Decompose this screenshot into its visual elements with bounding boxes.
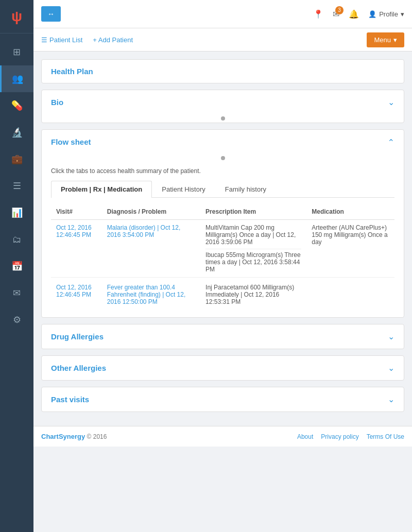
sidebar-item-chart[interactable]: 📊 [0,199,33,226]
col-visit: Visit# [51,204,102,220]
health-plan-title: Health Plan [51,67,93,76]
other-allergies-chevron-icon[interactable]: ⌄ [388,363,394,373]
bio-card: Bio ⌄ [41,90,404,123]
main-content: Health Plan Bio ⌄ Flow sheet ⌄ Click the… [33,52,412,426]
footer-terms-link[interactable]: Terms Of Use [367,433,404,440]
col-medication: Medication [306,204,394,220]
health-plan-card: Health Plan [41,59,404,83]
sidebar-item-medical[interactable]: 💊 [0,92,33,119]
table-body: Oct 12, 2016 12:46:45 PMMalaria (disorde… [51,220,394,310]
drug-allergies-header: Drug Allergies ⌄ [42,324,404,349]
flow-sheet-header: Flow sheet ⌄ [42,130,404,154]
bio-title: Bio [51,98,63,107]
dot [221,116,225,121]
cell-diagnosis: Malaria (disorder) | Oct 12, 2016 3:54:0… [102,220,200,278]
sidebar-item-calendar[interactable]: 📅 [0,253,33,280]
prescription-item: MultiVitamin Cap 200 mg Milligram(s) Onc… [205,224,301,246]
notifications-badge: 3 [335,6,344,14]
medical-icon: 💊 [11,100,23,111]
patient-list-link[interactable]: ☰ Patient List [41,36,82,44]
past-visits-title: Past visits [51,395,89,404]
location-icon[interactable]: 📍 [313,9,323,19]
bio-dot-indicator [42,114,404,123]
chart-icon: 📊 [11,207,23,218]
other-allergies-card: Other Allergies ⌄ [41,355,404,381]
profile-label: Profile [379,10,398,18]
bell-icon[interactable]: 🔔 [349,9,359,19]
toggle-button[interactable]: ↔ [41,6,61,22]
footer-brand-group: ChartSynergy © 2016 [41,433,107,440]
tab-problem-medication[interactable]: Problem | Rx | Medication [51,181,152,198]
table-row: Oct 12, 2016 12:46:45 PMMalaria (disorde… [51,220,394,278]
rx-divider [205,249,301,249]
table-header: Visit# Diagnosis / Problem Prescription … [51,204,394,220]
topbar-right: 📍 ✉ 3 🔔 👤 Profile ▾ [313,9,404,19]
col-prescription: Prescription Item [200,204,306,220]
cell-medication: Arteether (AUN CarePlus+) 150 mg Milligr… [306,220,394,278]
logo-icon: ψ [11,8,22,25]
footer-links: About Privacy policy Terms Of Use [297,433,404,440]
past-visits-chevron-icon[interactable]: ⌄ [388,394,394,404]
tab-patient-history[interactable]: Patient History [152,181,215,197]
portfolio-icon: 🗂 [12,234,22,245]
add-patient-link[interactable]: + Add Patient [93,36,133,44]
footer-brand: ChartSynergy [41,433,85,440]
cell-diagnosis: Fever greater than 100.4 Fahrenheit (fin… [102,278,200,310]
other-allergies-header: Other Allergies ⌄ [42,356,404,380]
footer-year: © 2016 [87,433,107,440]
sidebar-nav: ⊞ 👥 💊 🔬 💼 ☰ 📊 🗂 📅 ✉ ⚙ [0,33,33,333]
cell-prescription: MultiVitamin Cap 200 mg Milligram(s) Onc… [200,220,306,278]
other-allergies-title: Other Allergies [51,364,106,372]
mail-icon: ✉ [13,287,21,299]
sidebar-item-lab[interactable]: 🔬 [0,119,33,146]
past-visits-header: Past visits ⌄ [42,387,404,411]
table-row: Oct 12, 2016 12:46:45 PMFever greater th… [51,278,394,310]
col-diagnosis: Diagnosis / Problem [102,204,200,220]
sidebar-item-dashboard[interactable]: ⊞ [0,39,33,65]
sidebar-item-mail[interactable]: ✉ [0,280,33,306]
calendar-icon: 📅 [11,261,23,272]
topbar: ↔ 📍 ✉ 3 🔔 👤 Profile ▾ [33,0,412,28]
profile-button[interactable]: 👤 Profile ▾ [368,10,404,18]
health-plan-header: Health Plan [42,60,404,83]
dot [221,156,225,160]
messages-icon[interactable]: ✉ 3 [333,9,339,19]
sidebar-item-briefcase[interactable]: 💼 [0,146,33,173]
sidebar-item-list[interactable]: ☰ [0,173,33,199]
flow-hint: Click the tabs to access health summary … [51,167,394,175]
drug-allergies-chevron-icon[interactable]: ⌄ [388,332,394,341]
past-visits-card: Past visits ⌄ [41,387,404,412]
bio-header: Bio ⌄ [42,90,404,114]
topbar-left: ↔ [41,6,61,22]
subnav: ☰ Patient List + Add Patient Menu ▾ [33,28,412,52]
tab-family-history[interactable]: Family history [215,181,276,197]
menu-button[interactable]: Menu ▾ [367,32,404,47]
profile-person-icon: 👤 [368,10,376,18]
flow-sheet-chevron-icon[interactable]: ⌄ [388,137,394,147]
lab-icon: 🔬 [11,127,23,138]
drug-allergies-title: Drug Allergies [51,332,104,341]
bio-chevron-icon[interactable]: ⌄ [388,97,394,107]
cell-medication [306,278,394,310]
list-nav-icon: ☰ [41,36,47,44]
sidebar-logo: ψ [0,0,33,33]
flow-dot-indicator [42,154,404,162]
patients-icon: 👥 [12,73,23,84]
prescription-item: Inj Paracetamol 600 Milligram(s) Immedia… [205,284,301,305]
drug-allergies-card: Drug Allergies ⌄ [41,324,404,349]
flow-tabs: Problem | Rx | Medication Patient Histor… [51,181,394,198]
briefcase-icon: 💼 [11,153,23,165]
sidebar-item-settings[interactable]: ⚙ [0,306,33,333]
cell-visit-date: Oct 12, 2016 12:46:45 PM [51,278,102,310]
flow-sheet-card: Flow sheet ⌄ Click the tabs to access he… [41,129,404,318]
sidebar-item-portfolio[interactable]: 🗂 [0,226,33,253]
flow-table: Visit# Diagnosis / Problem Prescription … [51,204,394,310]
profile-chevron-icon: ▾ [401,10,404,18]
table-header-row: Visit# Diagnosis / Problem Prescription … [51,204,394,220]
sidebar-item-patients[interactable]: 👥 [0,65,33,92]
footer: ChartSynergy © 2016 About Privacy policy… [33,426,412,447]
flow-sheet-title: Flow sheet [51,138,91,146]
sidebar: ψ ⊞ 👥 💊 🔬 💼 ☰ 📊 🗂 📅 ✉ [0,0,33,532]
footer-about-link[interactable]: About [297,433,313,440]
footer-privacy-link[interactable]: Privacy policy [321,433,358,440]
